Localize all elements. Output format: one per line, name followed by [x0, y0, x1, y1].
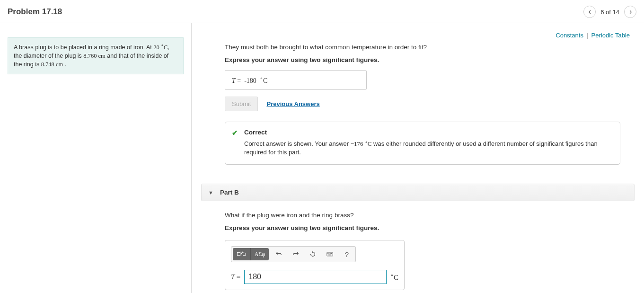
answer-input[interactable]: [244, 270, 387, 284]
undo-icon: [275, 251, 282, 257]
chevron-left-icon: [588, 10, 592, 14]
help-button[interactable]: ?: [340, 248, 354, 260]
unit-label: ∘C: [390, 272, 398, 282]
stem-text: .: [63, 61, 66, 68]
stem-text: A brass plug is to be placed in a ring m…: [14, 44, 153, 51]
problem-stem: A brass plug is to be placed in a ring m…: [8, 37, 184, 74]
next-button[interactable]: [624, 6, 636, 18]
answer-input-frame: ΑΣφ ? T =: [225, 240, 405, 290]
stem-d2: 8.748 cm: [41, 61, 63, 68]
undo-button[interactable]: [272, 248, 286, 260]
svg-rect-6: [330, 253, 331, 254]
part-b-header[interactable]: ▼ Part B: [201, 184, 635, 201]
reset-button[interactable]: [306, 248, 320, 260]
template-button[interactable]: [233, 248, 251, 260]
page-title: Problem 17.18: [8, 7, 62, 17]
link-separator: |: [587, 32, 588, 39]
keyboard-button[interactable]: [323, 248, 337, 260]
equation-toolbar: ΑΣφ ?: [231, 246, 356, 262]
feedback-body: Correct answer is shown. Your answer −17…: [244, 139, 611, 157]
part-b-instruction: Express your answer using two significan…: [225, 224, 620, 231]
previous-answers-link[interactable]: Previous Answers: [266, 100, 319, 107]
part-a-instruction: Express your answer using two significan…: [225, 56, 620, 63]
svg-rect-7: [331, 253, 332, 254]
nav-group: 6 of 14: [583, 6, 636, 18]
item-count: 6 of 14: [600, 9, 619, 16]
chevron-right-icon: [628, 10, 633, 14]
caret-down-icon: ▼: [208, 190, 213, 195]
reset-icon: [309, 251, 316, 257]
prev-button[interactable]: [583, 6, 596, 18]
part-b-question: What if the plug were iron and the ring …: [225, 212, 620, 219]
template-icon: [236, 251, 248, 257]
greek-button[interactable]: ΑΣφ: [251, 248, 269, 260]
periodic-table-link[interactable]: Periodic Table: [591, 32, 630, 39]
svg-rect-4: [327, 253, 328, 254]
check-icon: ✔: [232, 129, 238, 137]
stem-d1: 8.760 cm: [83, 53, 106, 59]
part-a-question: They must both be brought to what common…: [225, 44, 620, 51]
variable-label: T =: [231, 273, 240, 281]
feedback-title: Correct: [244, 129, 611, 136]
svg-rect-8: [328, 255, 331, 256]
svg-rect-1: [243, 253, 245, 256]
svg-rect-3: [327, 252, 333, 256]
svg-rect-5: [329, 253, 330, 254]
svg-rect-0: [237, 253, 240, 256]
part-b-label: Part B: [220, 189, 239, 196]
stem-temp: 20 ∘C: [153, 44, 168, 51]
submit-button-disabled: Submit: [225, 97, 258, 111]
part-a-answer-display: T = -180 ∘C: [225, 70, 367, 90]
redo-button[interactable]: [289, 248, 303, 260]
keyboard-icon: [326, 251, 333, 257]
constants-link[interactable]: Constants: [556, 32, 583, 39]
redo-icon: [292, 251, 299, 257]
feedback-box: ✔ Correct Correct answer is shown. Your …: [225, 122, 620, 165]
